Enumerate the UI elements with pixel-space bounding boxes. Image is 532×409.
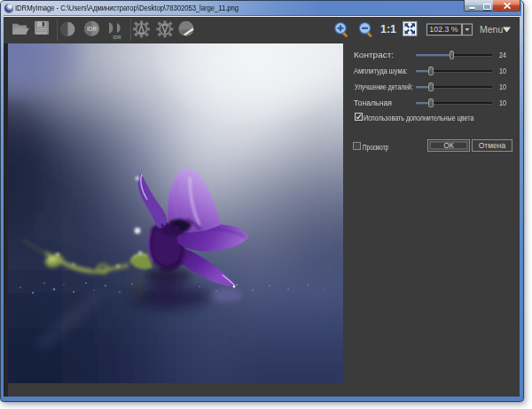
svg-text:1:1: 1:1: [380, 23, 396, 35]
svg-text:Menu: Menu: [480, 24, 503, 35]
svg-text:IDR: IDR: [113, 35, 121, 40]
svg-text:IDR: IDR: [87, 26, 98, 32]
svg-text:102.3 %: 102.3 %: [429, 26, 458, 35]
